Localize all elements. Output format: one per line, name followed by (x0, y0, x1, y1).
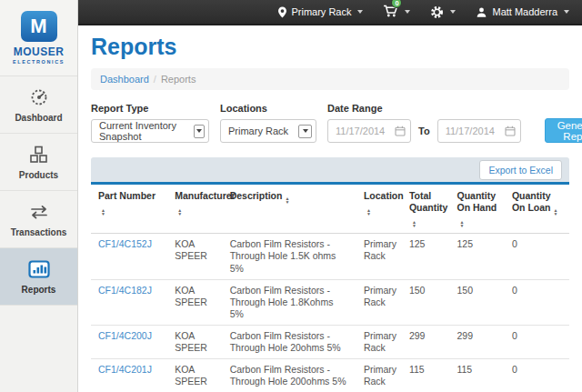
sort-icon (554, 208, 558, 216)
part-number-link[interactable]: CF1/4C200J (98, 330, 152, 341)
chevron-down-icon (298, 125, 312, 138)
sort-icon (459, 220, 464, 227)
chevron-down-icon (564, 10, 569, 14)
sidebar-item-transactions[interactable]: Transactions (0, 191, 77, 248)
locations-select[interactable]: Primary Rack (220, 119, 316, 143)
date-range-to-label: To (418, 126, 430, 136)
location-cell: Primary Rack (356, 279, 402, 325)
report-table-panel: Export to Excel Part Number Manufacturer… (91, 157, 569, 392)
table-row: CF1/4C152J KOA SPEER Carbon Film Resisto… (91, 234, 569, 279)
main-content: Reports Dashboard/Reports Report Type Cu… (78, 25, 582, 392)
column-header-part-number[interactable]: Part Number (91, 185, 167, 234)
quantity-on-loan-cell: 0 (505, 234, 569, 279)
chevron-down-icon (194, 125, 205, 138)
manufacturer-cell: KOA SPEER (167, 326, 222, 359)
page-title: Reports (91, 34, 569, 60)
column-header-description[interactable]: Description (223, 185, 356, 234)
sort-icon (285, 196, 289, 204)
location-cell: Primary Rack (356, 326, 402, 359)
locations-group: Locations Primary Rack (220, 103, 316, 143)
quantity-on-loan-cell: 0 (505, 359, 569, 392)
manufacturer-cell: KOA SPEER (167, 234, 222, 279)
breadcrumb-dashboard-link[interactable]: Dashboard (100, 74, 149, 85)
chevron-down-icon (357, 10, 363, 14)
sidebar: M MOUSER ELECTRONICS Dashboard Products (0, 0, 78, 392)
swap-arrows-icon (2, 202, 75, 222)
quantity-on-loan-cell: 0 (505, 279, 569, 325)
inventory-table: Part Number Manufacturer Description Loc… (91, 185, 569, 392)
location-label: Primary Rack (291, 6, 351, 17)
cart-count-badge: 0 (391, 0, 402, 8)
column-header-quantity-on-hand[interactable]: Quantity On Hand (449, 185, 504, 234)
breadcrumb-current: Reports (161, 74, 196, 85)
user-menu[interactable]: Matt Madderra (476, 6, 569, 18)
generate-report-button[interactable]: Generate Report (545, 118, 582, 143)
gauge-icon (2, 87, 75, 107)
total-quantity-cell: 125 (402, 234, 450, 279)
table-toolbar: Export to Excel (91, 157, 569, 185)
date-range-label: Date Range (327, 103, 521, 114)
report-type-value: Current Inventory Snapshot (99, 120, 188, 142)
column-header-manufacturer[interactable]: Manufacturer (167, 185, 222, 234)
manufacturer-cell: KOA SPEER (167, 279, 222, 325)
settings-menu[interactable] (430, 5, 456, 19)
description-cell: Carbon Film Resistors - Through Hole 1.8… (223, 279, 356, 325)
boxes-icon (2, 145, 75, 165)
quantity-on-loan-cell: 0 (505, 326, 569, 359)
report-filters: Report Type Current Inventory Snapshot L… (91, 103, 569, 143)
sidebar-item-products[interactable]: Products (0, 134, 77, 191)
column-header-total-quantity[interactable]: Total Quantity (402, 185, 450, 234)
brand-name: MOUSER (0, 45, 77, 58)
topbar: Primary Rack 0 Matt Madderra (78, 0, 582, 25)
location-cell: Primary Rack (356, 234, 402, 279)
report-type-group: Report Type Current Inventory Snapshot (91, 103, 209, 143)
total-quantity-cell: 115 (402, 359, 450, 392)
total-quantity-cell: 299 (402, 326, 450, 359)
user-name: Matt Madderra (492, 6, 557, 17)
quantity-on-hand-cell: 125 (449, 234, 504, 279)
chevron-down-icon (450, 10, 456, 14)
breadcrumb: Dashboard/Reports (91, 68, 569, 90)
part-number-link[interactable]: CF1/4C182J (98, 285, 152, 296)
description-cell: Carbon Film Resistors - Through Hole 200… (223, 359, 356, 392)
chevron-down-icon (405, 10, 410, 14)
sidebar-item-label: Products (2, 170, 75, 180)
sidebar-item-dashboard[interactable]: Dashboard (0, 76, 77, 134)
location-pin-icon (278, 6, 286, 18)
sort-icon (177, 208, 182, 216)
sidebar-item-label: Reports (2, 285, 75, 295)
quantity-on-hand-cell: 150 (449, 279, 504, 325)
location-cell: Primary Rack (356, 359, 402, 392)
sort-icon (412, 220, 416, 227)
calendar-icon (395, 126, 406, 136)
part-number-link[interactable]: CF1/4C201J (98, 364, 152, 375)
description-cell: Carbon Film Resistors - Through Hole 1.5… (223, 234, 356, 279)
mouser-logo[interactable]: M MOUSER ELECTRONICS (0, 0, 77, 76)
mouser-monogram-icon: M (21, 11, 57, 42)
location-selector[interactable]: Primary Rack (278, 6, 363, 18)
bar-chart-icon (2, 259, 75, 279)
column-header-quantity-on-loan[interactable]: Quantity On Loan (505, 185, 569, 234)
part-number-link[interactable]: CF1/4C152J (98, 238, 152, 249)
breadcrumb-separator: / (154, 74, 156, 85)
column-header-location[interactable]: Location (356, 185, 402, 234)
sort-icon (366, 208, 371, 216)
description-cell: Carbon Film Resistors - Through Hole 20o… (223, 326, 356, 359)
export-to-excel-button[interactable]: Export to Excel (479, 160, 562, 180)
cart-menu[interactable]: 0 (383, 4, 410, 20)
sidebar-item-reports[interactable]: Reports (0, 248, 77, 306)
sidebar-item-label: Dashboard (2, 113, 75, 123)
user-icon (476, 6, 487, 18)
locations-value: Primary Rack (228, 126, 288, 136)
quantity-on-hand-cell: 299 (449, 326, 504, 359)
table-row: CF1/4C182J KOA SPEER Carbon Film Resisto… (91, 279, 569, 325)
calendar-icon (505, 126, 516, 136)
total-quantity-cell: 150 (402, 279, 450, 325)
brand-subtitle: ELECTRONICS (0, 59, 77, 65)
table-row: CF1/4C200J KOA SPEER Carbon Film Resisto… (91, 326, 569, 359)
manufacturer-cell: KOA SPEER (167, 359, 222, 392)
table-header-row: Part Number Manufacturer Description Loc… (91, 185, 569, 234)
sidebar-item-label: Transactions (2, 227, 75, 237)
report-type-select[interactable]: Current Inventory Snapshot (91, 119, 209, 143)
gear-icon (430, 5, 444, 19)
